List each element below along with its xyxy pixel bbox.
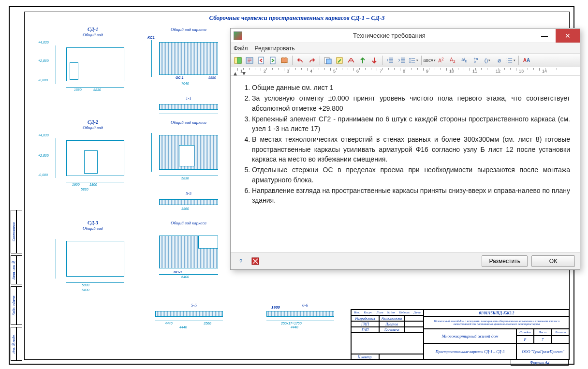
sd1-label: СД-1 Общий вид xyxy=(52,27,134,38)
indent-decrease-icon[interactable] xyxy=(385,55,396,66)
svg-rect-1 xyxy=(237,58,241,63)
ruler-mark: 3 xyxy=(287,69,289,74)
fraction-icon[interactable]: a/b xyxy=(459,55,470,66)
sd2-frame-label: Общий вид каркаса xyxy=(147,119,230,125)
dialog-title: Технические требования xyxy=(245,32,533,39)
arrow-up-icon[interactable] xyxy=(357,55,368,66)
sd1-plan xyxy=(66,47,124,81)
text-templates-icon[interactable] xyxy=(323,55,333,66)
sd2-plan xyxy=(66,140,124,176)
ruler-mark: 1 xyxy=(240,69,243,74)
title-block: Изм.Кол.уч.Лист№ докПодписьДата Разработ… xyxy=(351,309,569,359)
requirement-item[interactable]: За условную отметку ±0.000 принят уровен… xyxy=(252,93,570,113)
requirement-item[interactable]: Крепежный элемент СГ2 - принимаем по 6 ш… xyxy=(252,114,570,134)
ruler-mark: 4 xyxy=(310,69,312,74)
diameter-icon[interactable]: ⌀ xyxy=(494,55,504,66)
sd3-label: СД-3 Общий вид xyxy=(52,220,134,231)
minimize-button[interactable]: — xyxy=(533,29,556,43)
page-right-icon[interactable] xyxy=(267,55,278,66)
ruler-mark: 12 xyxy=(496,69,500,74)
tech-requirements-dialog: Технические требования — ✕ Файл Редактир… xyxy=(230,28,580,270)
ruler-mark: 8 xyxy=(403,69,405,74)
ruler-mark: 11 xyxy=(472,69,477,74)
text-a2-icon[interactable]: A2 xyxy=(436,55,446,66)
requirement-item[interactable]: В местах технологических отверстий в сте… xyxy=(252,134,570,164)
close-button[interactable]: ✕ xyxy=(556,29,580,43)
ruler-mark: 5 xyxy=(333,69,336,74)
stack-icon[interactable]: +ab xyxy=(470,55,481,66)
sd1-frame xyxy=(159,42,218,75)
dialog-titlebar[interactable]: Технические требования — ✕ xyxy=(231,29,580,43)
section-1-1-label: 1-1 xyxy=(147,95,230,101)
insert-specchar-icon[interactable] xyxy=(244,55,255,66)
line-spacing-icon[interactable]: ▾ xyxy=(408,55,419,66)
ruler-mark: 13 xyxy=(519,69,524,74)
arrow-down-icon[interactable] xyxy=(369,55,380,66)
menubar: Файл Редактировать xyxy=(231,43,580,54)
ruler-mark: 6 xyxy=(356,69,359,74)
toolbar: ▾авс▾▾A2A2a/b+ab()▾⌀▾AA xyxy=(231,54,580,67)
sd2-label: СД-2 Общий вид xyxy=(52,119,134,131)
requirement-item[interactable]: Направление взгляда на пространственные … xyxy=(252,186,570,206)
sd3-frame xyxy=(159,236,218,268)
dialog-footer: ? Разместить ОК xyxy=(231,252,580,269)
align-left-icon[interactable] xyxy=(346,55,356,66)
help-icon[interactable]: ? xyxy=(235,256,246,266)
ruler-mark: 10 xyxy=(449,69,454,74)
font-style-icon[interactable]: AA xyxy=(521,55,532,66)
ruler[interactable]: 1234567891011121314 xyxy=(231,67,580,76)
insert-code-icon[interactable] xyxy=(233,55,243,66)
ruler-mark: 7 xyxy=(380,69,382,74)
ok-button[interactable]: ОК xyxy=(531,255,575,267)
requirement-item[interactable]: Отдельные стержни ОС в пределах проема п… xyxy=(252,165,570,185)
symbol-insert-icon[interactable]: авс▾▾ xyxy=(424,55,435,66)
app-icon xyxy=(234,31,242,40)
ruler-mark: 14 xyxy=(542,69,547,74)
section-5-5-label: 5-5 xyxy=(146,302,242,308)
indent-increase-icon[interactable] xyxy=(397,55,407,66)
brackets-icon[interactable]: ()▾ xyxy=(482,55,493,66)
side-label-2: Взам. инв. № xyxy=(11,255,16,284)
ruler-mark: 9 xyxy=(426,69,428,74)
flag-icon[interactable] xyxy=(250,256,261,266)
list-icon[interactable]: ▾ xyxy=(505,55,516,66)
place-button[interactable]: Разместить xyxy=(482,255,528,267)
sheet-title: Сборочные чертежи пространственных карка… xyxy=(25,14,569,22)
format-by-sample-icon[interactable] xyxy=(334,55,345,66)
redo-icon[interactable] xyxy=(307,55,317,66)
sd2-frame xyxy=(159,135,218,170)
side-label-1: Согласовано xyxy=(11,210,16,253)
text-a2-sub-icon[interactable]: A2 xyxy=(447,55,458,66)
requirement-item[interactable]: Общие данные см. лист 1 xyxy=(252,83,570,92)
page-left-icon[interactable] xyxy=(256,55,266,66)
sd1-frame-label: Общий вид каркаса xyxy=(147,27,230,32)
section-5-5-a-label: 5-5 xyxy=(147,191,230,196)
menu-file[interactable]: Файл xyxy=(234,45,248,52)
side-label-3: Подп. и дата xyxy=(11,286,16,325)
undo-icon[interactable] xyxy=(295,55,306,66)
menu-edit[interactable]: Редактировать xyxy=(255,45,295,52)
sd3-frame-label: Общий вид каркаса xyxy=(147,220,230,226)
svg-rect-6 xyxy=(326,59,331,64)
sd3-plan xyxy=(66,241,124,277)
book-icon[interactable] xyxy=(279,55,290,66)
text-editor[interactable]: Общие данные см. лист 1За условную отмет… xyxy=(231,76,580,252)
ruler-mark: 2 xyxy=(264,69,266,74)
side-label-4: Инв. № подл. xyxy=(11,327,16,361)
